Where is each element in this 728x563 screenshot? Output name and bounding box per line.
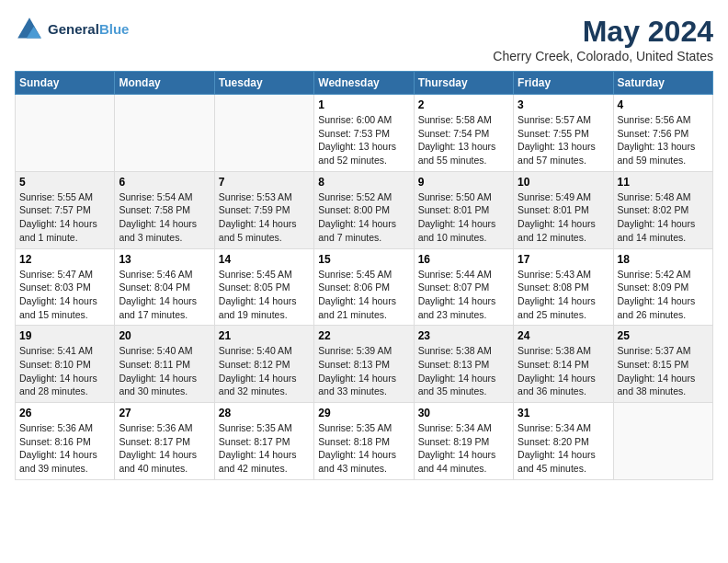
day-info: Sunrise: 5:38 AMSunset: 8:13 PMDaylight:… <box>418 344 509 398</box>
day-info: Sunrise: 5:37 AMSunset: 8:15 PMDaylight:… <box>618 344 709 398</box>
day-info: Sunrise: 5:43 AMSunset: 8:08 PMDaylight:… <box>518 268 609 322</box>
logo-icon <box>15 15 44 44</box>
day-number: 29 <box>318 407 409 419</box>
calendar-cell: 13Sunrise: 5:46 AMSunset: 8:04 PMDayligh… <box>115 248 214 326</box>
weekday-header-friday: Friday <box>514 72 613 95</box>
calendar-cell: 3Sunrise: 5:57 AMSunset: 7:55 PMDaylight… <box>514 95 613 172</box>
day-number: 30 <box>418 407 509 419</box>
weekday-header-tuesday: Tuesday <box>214 72 313 95</box>
day-number: 12 <box>19 253 110 266</box>
day-number: 6 <box>119 176 210 189</box>
calendar-week-row: 19Sunrise: 5:41 AMSunset: 8:10 PMDayligh… <box>16 326 713 403</box>
day-info: Sunrise: 6:00 AMSunset: 7:53 PMDaylight:… <box>318 113 409 167</box>
day-info: Sunrise: 5:36 AMSunset: 8:17 PMDaylight:… <box>119 421 210 476</box>
calendar-cell: 26Sunrise: 5:36 AMSunset: 8:16 PMDayligh… <box>16 403 115 480</box>
day-number: 5 <box>19 176 110 189</box>
subtitle: Cherry Creek, Colorado, United States <box>493 49 713 63</box>
calendar-cell: 12Sunrise: 5:47 AMSunset: 8:03 PMDayligh… <box>16 248 115 326</box>
day-number: 1 <box>318 98 409 111</box>
calendar-cell: 20Sunrise: 5:40 AMSunset: 8:11 PMDayligh… <box>115 326 214 403</box>
day-number: 20 <box>119 329 210 342</box>
calendar-cell <box>16 95 115 172</box>
day-number: 23 <box>418 329 509 342</box>
day-info: Sunrise: 5:54 AMSunset: 7:58 PMDaylight:… <box>119 190 210 245</box>
calendar-cell: 31Sunrise: 5:34 AMSunset: 8:20 PMDayligh… <box>514 403 613 480</box>
day-info: Sunrise: 5:41 AMSunset: 8:10 PMDaylight:… <box>19 344 110 398</box>
page-header: GeneralBlue May 2024 Cherry Creek, Color… <box>15 15 713 63</box>
calendar-cell: 15Sunrise: 5:45 AMSunset: 8:06 PMDayligh… <box>314 248 414 326</box>
day-number: 22 <box>318 329 409 342</box>
calendar-cell: 17Sunrise: 5:43 AMSunset: 8:08 PMDayligh… <box>514 248 613 326</box>
day-info: Sunrise: 5:45 AMSunset: 8:05 PMDaylight:… <box>219 268 310 322</box>
calendar-cell: 9Sunrise: 5:50 AMSunset: 8:01 PMDaylight… <box>414 171 513 248</box>
main-title: May 2024 <box>493 15 713 49</box>
day-info: Sunrise: 5:58 AMSunset: 7:54 PMDaylight:… <box>418 113 509 167</box>
day-number: 16 <box>418 253 509 266</box>
calendar-table: SundayMondayTuesdayWednesdayThursdayFrid… <box>15 71 713 480</box>
logo: GeneralBlue <box>15 15 129 44</box>
calendar-cell: 16Sunrise: 5:44 AMSunset: 8:07 PMDayligh… <box>414 248 513 326</box>
weekday-header-wednesday: Wednesday <box>314 72 414 95</box>
day-info: Sunrise: 5:47 AMSunset: 8:03 PMDaylight:… <box>19 268 110 322</box>
calendar-week-row: 26Sunrise: 5:36 AMSunset: 8:16 PMDayligh… <box>16 403 713 480</box>
calendar-cell: 28Sunrise: 5:35 AMSunset: 8:17 PMDayligh… <box>214 403 313 480</box>
day-info: Sunrise: 5:38 AMSunset: 8:14 PMDaylight:… <box>518 344 609 398</box>
day-info: Sunrise: 5:53 AMSunset: 7:59 PMDaylight:… <box>219 190 310 245</box>
day-info: Sunrise: 5:42 AMSunset: 8:09 PMDaylight:… <box>618 268 709 322</box>
day-number: 13 <box>119 253 210 266</box>
day-info: Sunrise: 5:36 AMSunset: 8:16 PMDaylight:… <box>19 421 110 476</box>
weekday-header-saturday: Saturday <box>613 72 712 95</box>
day-number: 21 <box>219 329 310 342</box>
day-info: Sunrise: 5:35 AMSunset: 8:18 PMDaylight:… <box>318 421 409 476</box>
calendar-cell: 6Sunrise: 5:54 AMSunset: 7:58 PMDaylight… <box>115 171 214 248</box>
day-number: 8 <box>318 176 409 189</box>
calendar-cell: 10Sunrise: 5:49 AMSunset: 8:01 PMDayligh… <box>514 171 613 248</box>
day-number: 7 <box>219 176 310 189</box>
calendar-cell: 19Sunrise: 5:41 AMSunset: 8:10 PMDayligh… <box>16 326 115 403</box>
day-number: 9 <box>418 176 509 189</box>
day-number: 19 <box>19 329 110 342</box>
day-info: Sunrise: 5:45 AMSunset: 8:06 PMDaylight:… <box>318 268 409 322</box>
day-number: 4 <box>618 98 709 111</box>
day-number: 14 <box>219 253 310 266</box>
weekday-header-sunday: Sunday <box>16 72 115 95</box>
day-info: Sunrise: 5:55 AMSunset: 7:57 PMDaylight:… <box>19 190 110 245</box>
calendar-cell: 5Sunrise: 5:55 AMSunset: 7:57 PMDaylight… <box>16 171 115 248</box>
day-number: 18 <box>618 253 709 266</box>
title-block: May 2024 Cherry Creek, Colorado, United … <box>493 15 713 63</box>
calendar-cell: 8Sunrise: 5:52 AMSunset: 8:00 PMDaylight… <box>314 171 414 248</box>
calendar-week-row: 5Sunrise: 5:55 AMSunset: 7:57 PMDaylight… <box>16 171 713 248</box>
day-info: Sunrise: 5:49 AMSunset: 8:01 PMDaylight:… <box>518 190 609 245</box>
calendar-cell: 11Sunrise: 5:48 AMSunset: 8:02 PMDayligh… <box>613 171 712 248</box>
day-number: 31 <box>518 407 609 419</box>
calendar-week-row: 12Sunrise: 5:47 AMSunset: 8:03 PMDayligh… <box>16 248 713 326</box>
day-number: 28 <box>219 407 310 419</box>
day-number: 11 <box>618 176 709 189</box>
day-info: Sunrise: 5:40 AMSunset: 8:11 PMDaylight:… <box>119 344 210 398</box>
day-number: 3 <box>518 98 609 111</box>
calendar-cell <box>214 95 313 172</box>
calendar-cell: 2Sunrise: 5:58 AMSunset: 7:54 PMDaylight… <box>414 95 513 172</box>
calendar-cell: 7Sunrise: 5:53 AMSunset: 7:59 PMDaylight… <box>214 171 313 248</box>
day-info: Sunrise: 5:50 AMSunset: 8:01 PMDaylight:… <box>418 190 509 245</box>
day-info: Sunrise: 5:34 AMSunset: 8:19 PMDaylight:… <box>418 421 509 476</box>
day-info: Sunrise: 5:48 AMSunset: 8:02 PMDaylight:… <box>618 190 709 245</box>
day-info: Sunrise: 5:40 AMSunset: 8:12 PMDaylight:… <box>219 344 310 398</box>
calendar-cell <box>115 95 214 172</box>
day-info: Sunrise: 5:39 AMSunset: 8:13 PMDaylight:… <box>318 344 409 398</box>
day-info: Sunrise: 5:57 AMSunset: 7:55 PMDaylight:… <box>518 113 609 167</box>
weekday-header-row: SundayMondayTuesdayWednesdayThursdayFrid… <box>16 72 713 95</box>
day-number: 2 <box>418 98 509 111</box>
calendar-cell: 30Sunrise: 5:34 AMSunset: 8:19 PMDayligh… <box>414 403 513 480</box>
day-number: 26 <box>19 407 110 419</box>
day-info: Sunrise: 5:46 AMSunset: 8:04 PMDaylight:… <box>119 268 210 322</box>
day-info: Sunrise: 5:56 AMSunset: 7:56 PMDaylight:… <box>618 113 709 167</box>
calendar-week-row: 1Sunrise: 6:00 AMSunset: 7:53 PMDaylight… <box>16 95 713 172</box>
weekday-header-thursday: Thursday <box>414 72 513 95</box>
day-info: Sunrise: 5:44 AMSunset: 8:07 PMDaylight:… <box>418 268 509 322</box>
calendar-cell: 21Sunrise: 5:40 AMSunset: 8:12 PMDayligh… <box>214 326 313 403</box>
day-number: 17 <box>518 253 609 266</box>
day-number: 10 <box>518 176 609 189</box>
calendar-cell: 24Sunrise: 5:38 AMSunset: 8:14 PMDayligh… <box>514 326 613 403</box>
logo-text: GeneralBlue <box>48 21 129 38</box>
